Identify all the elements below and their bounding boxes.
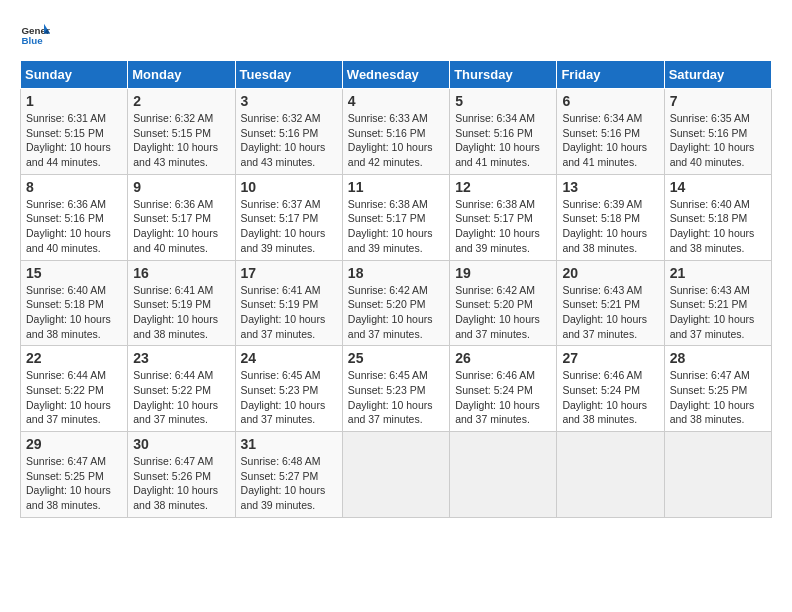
header: General Blue [20, 20, 772, 50]
col-header-monday: Monday [128, 61, 235, 89]
day-cell-30: 30 Sunrise: 6:47 AMSunset: 5:26 PMDaylig… [128, 432, 235, 518]
day-cell-22: 22 Sunrise: 6:44 AMSunset: 5:22 PMDaylig… [21, 346, 128, 432]
header-row: SundayMondayTuesdayWednesdayThursdayFrid… [21, 61, 772, 89]
day-info: Sunrise: 6:43 AMSunset: 5:21 PMDaylight:… [562, 284, 647, 340]
day-number: 5 [455, 93, 551, 109]
day-number: 3 [241, 93, 337, 109]
day-info: Sunrise: 6:32 AMSunset: 5:15 PMDaylight:… [133, 112, 218, 168]
col-header-thursday: Thursday [450, 61, 557, 89]
day-cell-16: 16 Sunrise: 6:41 AMSunset: 5:19 PMDaylig… [128, 260, 235, 346]
svg-text:Blue: Blue [22, 35, 44, 46]
day-info: Sunrise: 6:32 AMSunset: 5:16 PMDaylight:… [241, 112, 326, 168]
day-info: Sunrise: 6:42 AMSunset: 5:20 PMDaylight:… [348, 284, 433, 340]
day-info: Sunrise: 6:40 AMSunset: 5:18 PMDaylight:… [26, 284, 111, 340]
day-cell-5: 5 Sunrise: 6:34 AMSunset: 5:16 PMDayligh… [450, 89, 557, 175]
day-info: Sunrise: 6:41 AMSunset: 5:19 PMDaylight:… [133, 284, 218, 340]
day-info: Sunrise: 6:37 AMSunset: 5:17 PMDaylight:… [241, 198, 326, 254]
day-number: 15 [26, 265, 122, 281]
col-header-friday: Friday [557, 61, 664, 89]
day-number: 11 [348, 179, 444, 195]
week-row-3: 15 Sunrise: 6:40 AMSunset: 5:18 PMDaylig… [21, 260, 772, 346]
day-info: Sunrise: 6:38 AMSunset: 5:17 PMDaylight:… [455, 198, 540, 254]
day-cell-19: 19 Sunrise: 6:42 AMSunset: 5:20 PMDaylig… [450, 260, 557, 346]
week-row-1: 1 Sunrise: 6:31 AMSunset: 5:15 PMDayligh… [21, 89, 772, 175]
day-number: 28 [670, 350, 766, 366]
day-info: Sunrise: 6:34 AMSunset: 5:16 PMDaylight:… [562, 112, 647, 168]
day-cell-28: 28 Sunrise: 6:47 AMSunset: 5:25 PMDaylig… [664, 346, 771, 432]
day-number: 27 [562, 350, 658, 366]
day-number: 17 [241, 265, 337, 281]
day-info: Sunrise: 6:46 AMSunset: 5:24 PMDaylight:… [455, 369, 540, 425]
day-info: Sunrise: 6:48 AMSunset: 5:27 PMDaylight:… [241, 455, 326, 511]
day-number: 4 [348, 93, 444, 109]
day-info: Sunrise: 6:47 AMSunset: 5:26 PMDaylight:… [133, 455, 218, 511]
day-info: Sunrise: 6:42 AMSunset: 5:20 PMDaylight:… [455, 284, 540, 340]
day-cell-9: 9 Sunrise: 6:36 AMSunset: 5:17 PMDayligh… [128, 174, 235, 260]
empty-cell [450, 432, 557, 518]
day-info: Sunrise: 6:47 AMSunset: 5:25 PMDaylight:… [26, 455, 111, 511]
day-info: Sunrise: 6:36 AMSunset: 5:17 PMDaylight:… [133, 198, 218, 254]
day-cell-13: 13 Sunrise: 6:39 AMSunset: 5:18 PMDaylig… [557, 174, 664, 260]
day-cell-20: 20 Sunrise: 6:43 AMSunset: 5:21 PMDaylig… [557, 260, 664, 346]
day-cell-27: 27 Sunrise: 6:46 AMSunset: 5:24 PMDaylig… [557, 346, 664, 432]
week-row-4: 22 Sunrise: 6:44 AMSunset: 5:22 PMDaylig… [21, 346, 772, 432]
day-number: 13 [562, 179, 658, 195]
day-number: 22 [26, 350, 122, 366]
day-number: 7 [670, 93, 766, 109]
logo: General Blue [20, 20, 54, 50]
day-cell-24: 24 Sunrise: 6:45 AMSunset: 5:23 PMDaylig… [235, 346, 342, 432]
day-info: Sunrise: 6:45 AMSunset: 5:23 PMDaylight:… [348, 369, 433, 425]
day-info: Sunrise: 6:39 AMSunset: 5:18 PMDaylight:… [562, 198, 647, 254]
day-number: 6 [562, 93, 658, 109]
col-header-sunday: Sunday [21, 61, 128, 89]
day-cell-29: 29 Sunrise: 6:47 AMSunset: 5:25 PMDaylig… [21, 432, 128, 518]
day-number: 30 [133, 436, 229, 452]
day-number: 10 [241, 179, 337, 195]
day-number: 25 [348, 350, 444, 366]
day-number: 8 [26, 179, 122, 195]
day-cell-3: 3 Sunrise: 6:32 AMSunset: 5:16 PMDayligh… [235, 89, 342, 175]
day-number: 29 [26, 436, 122, 452]
day-number: 14 [670, 179, 766, 195]
day-number: 2 [133, 93, 229, 109]
day-cell-8: 8 Sunrise: 6:36 AMSunset: 5:16 PMDayligh… [21, 174, 128, 260]
day-cell-2: 2 Sunrise: 6:32 AMSunset: 5:15 PMDayligh… [128, 89, 235, 175]
calendar-table: SundayMondayTuesdayWednesdayThursdayFrid… [20, 60, 772, 518]
day-cell-11: 11 Sunrise: 6:38 AMSunset: 5:17 PMDaylig… [342, 174, 449, 260]
day-cell-15: 15 Sunrise: 6:40 AMSunset: 5:18 PMDaylig… [21, 260, 128, 346]
day-cell-23: 23 Sunrise: 6:44 AMSunset: 5:22 PMDaylig… [128, 346, 235, 432]
day-cell-1: 1 Sunrise: 6:31 AMSunset: 5:15 PMDayligh… [21, 89, 128, 175]
day-cell-14: 14 Sunrise: 6:40 AMSunset: 5:18 PMDaylig… [664, 174, 771, 260]
day-number: 24 [241, 350, 337, 366]
day-info: Sunrise: 6:43 AMSunset: 5:21 PMDaylight:… [670, 284, 755, 340]
col-header-wednesday: Wednesday [342, 61, 449, 89]
day-cell-10: 10 Sunrise: 6:37 AMSunset: 5:17 PMDaylig… [235, 174, 342, 260]
day-number: 31 [241, 436, 337, 452]
day-info: Sunrise: 6:31 AMSunset: 5:15 PMDaylight:… [26, 112, 111, 168]
day-number: 16 [133, 265, 229, 281]
day-number: 26 [455, 350, 551, 366]
day-cell-31: 31 Sunrise: 6:48 AMSunset: 5:27 PMDaylig… [235, 432, 342, 518]
day-cell-6: 6 Sunrise: 6:34 AMSunset: 5:16 PMDayligh… [557, 89, 664, 175]
week-row-5: 29 Sunrise: 6:47 AMSunset: 5:25 PMDaylig… [21, 432, 772, 518]
empty-cell [557, 432, 664, 518]
day-info: Sunrise: 6:44 AMSunset: 5:22 PMDaylight:… [26, 369, 111, 425]
day-number: 9 [133, 179, 229, 195]
col-header-saturday: Saturday [664, 61, 771, 89]
empty-cell [664, 432, 771, 518]
day-cell-26: 26 Sunrise: 6:46 AMSunset: 5:24 PMDaylig… [450, 346, 557, 432]
day-info: Sunrise: 6:41 AMSunset: 5:19 PMDaylight:… [241, 284, 326, 340]
day-info: Sunrise: 6:45 AMSunset: 5:23 PMDaylight:… [241, 369, 326, 425]
day-info: Sunrise: 6:40 AMSunset: 5:18 PMDaylight:… [670, 198, 755, 254]
week-row-2: 8 Sunrise: 6:36 AMSunset: 5:16 PMDayligh… [21, 174, 772, 260]
day-number: 1 [26, 93, 122, 109]
day-number: 19 [455, 265, 551, 281]
day-number: 18 [348, 265, 444, 281]
day-info: Sunrise: 6:33 AMSunset: 5:16 PMDaylight:… [348, 112, 433, 168]
day-number: 23 [133, 350, 229, 366]
day-info: Sunrise: 6:34 AMSunset: 5:16 PMDaylight:… [455, 112, 540, 168]
day-cell-25: 25 Sunrise: 6:45 AMSunset: 5:23 PMDaylig… [342, 346, 449, 432]
day-cell-12: 12 Sunrise: 6:38 AMSunset: 5:17 PMDaylig… [450, 174, 557, 260]
day-cell-4: 4 Sunrise: 6:33 AMSunset: 5:16 PMDayligh… [342, 89, 449, 175]
logo-icon: General Blue [20, 20, 50, 50]
